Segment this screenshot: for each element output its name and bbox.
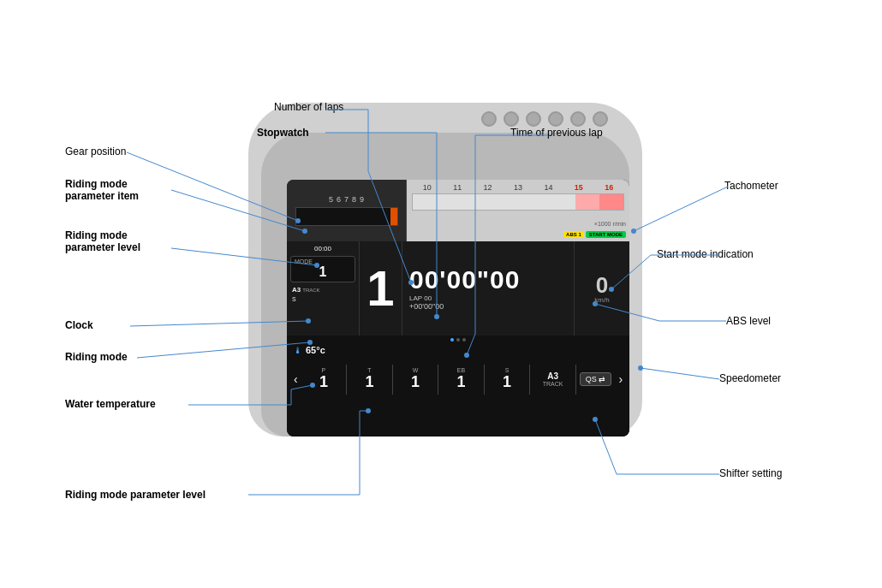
label-riding-mode-param-level-top: Riding mode parameter level — [65, 229, 140, 253]
riding-mode-code: A3 — [292, 286, 301, 294]
param-eb: EB 1 — [438, 367, 484, 391]
a3-label: A3 — [547, 371, 558, 381]
abs-badge: ABS 1 — [563, 231, 584, 238]
circle-2 — [504, 111, 519, 127]
rpm-num-15: 15 — [575, 183, 583, 192]
start-mode-badge: START MODE — [586, 231, 626, 238]
rpm-num-6: 6 — [337, 195, 341, 204]
mode-label: MODE — [295, 258, 351, 264]
lap-info: LAP 00 — [409, 294, 567, 302]
param-s: S 1 — [485, 367, 530, 391]
param-t: T 1 — [347, 367, 392, 391]
rpm-num-7: 7 — [344, 195, 349, 204]
speed-unit: km/h — [594, 296, 609, 304]
label-water-temp: Water temperature — [65, 398, 156, 410]
right-panel: 0 km/h — [574, 241, 629, 336]
circle-6 — [593, 111, 608, 127]
svg-line-9 — [634, 187, 728, 231]
dot-2 — [456, 338, 460, 342]
rpm-right-section: 10 11 12 13 14 15 16 — [407, 180, 629, 241]
rpm-bar-left — [295, 207, 398, 226]
label-speedometer: Speedometer — [719, 372, 781, 384]
rpm-numbers-right: 10 11 12 13 14 15 16 — [407, 180, 629, 193]
rpm-scale-bar — [412, 193, 624, 211]
water-temp-row: 🌡 65°c — [287, 343, 629, 357]
param-t-label: T — [347, 367, 392, 373]
qs-button-container: QS ⇄ — [576, 372, 616, 386]
lap-number-section: 1 — [360, 241, 402, 336]
rpm-bar-right-container — [412, 193, 624, 219]
mode-value: 1 — [295, 264, 351, 280]
label-riding-mode: Riding mode — [65, 351, 128, 363]
display-bottom: 🌡 65°c ‹ P 1 T 1 — [287, 336, 629, 437]
main-time-display: 00'00"00 — [409, 267, 567, 293]
prev-time: +00'00"00 — [409, 302, 567, 311]
label-number-of-laps: Number of laps — [274, 101, 343, 113]
param-s-value: 1 — [485, 373, 530, 391]
rpm-num-8: 8 — [352, 195, 356, 204]
center-time-section: 00'00"00 LAP 00 +00'00"00 — [402, 241, 574, 336]
nav-left-arrow[interactable]: ‹ — [290, 372, 301, 386]
rpm-bar-area: 5 6 7 8 9 10 — [287, 180, 629, 241]
param-p: P 1 — [301, 367, 347, 391]
nav-right-arrow[interactable]: › — [615, 372, 626, 386]
abs-start-row: ABS 1 START MODE — [563, 231, 626, 238]
cluster-inner-bezel: 5 6 7 8 9 10 — [261, 133, 629, 437]
param-w-label: W — [393, 367, 438, 373]
param-p-label: P — [301, 367, 347, 373]
temp-icon: 🌡 — [294, 346, 302, 355]
label-clock: Clock — [65, 319, 93, 331]
circle-5 — [570, 111, 586, 127]
circle-3 — [526, 111, 541, 127]
qs-button[interactable]: QS ⇄ — [580, 372, 612, 386]
riding-mode-track: TRACK — [302, 288, 319, 293]
rpm-unit: ×1000 r/min — [407, 221, 629, 227]
svg-line-13 — [641, 368, 719, 379]
label-tachometer: Tachometer — [724, 180, 778, 192]
rpm-highlight-red — [575, 194, 599, 210]
top-indicator-circles — [481, 111, 608, 127]
instrument-cluster: 5 6 7 8 9 10 — [248, 86, 642, 445]
rpm-num-9: 9 — [360, 195, 364, 204]
clock-display: 00:00 — [289, 243, 357, 254]
label-gear-position: Gear position — [65, 146, 126, 157]
rpm-bar-orange — [390, 208, 397, 225]
label-start-mode: Start mode indication — [657, 248, 754, 260]
left-panel: 00:00 MODE 1 A3 TRACK S — [287, 241, 360, 336]
track-label: TRACK — [543, 381, 563, 387]
circle-4 — [548, 111, 563, 127]
param-s-label: S — [485, 367, 530, 373]
cluster-outer-shell: 5 6 7 8 9 10 — [248, 103, 642, 437]
a3-track-bottom: A3 TRACK — [530, 371, 575, 387]
rpm-highlight-pink — [599, 194, 623, 210]
speed-value: 0 — [596, 274, 608, 296]
s-indicator: S — [292, 296, 296, 302]
dot-3 — [462, 338, 466, 342]
label-riding-mode-param-level-bottom: Riding mode parameter level — [65, 489, 206, 501]
rpm-num-13: 13 — [514, 183, 522, 192]
param-eb-value: 1 — [438, 373, 484, 391]
param-w: W 1 — [393, 367, 438, 391]
mode-box: MODE 1 — [290, 256, 355, 282]
rpm-num-14: 14 — [544, 183, 552, 192]
params-row: ‹ P 1 T 1 W — [287, 357, 629, 401]
temp-value: 65°c — [306, 345, 325, 355]
display-middle: 00:00 MODE 1 A3 TRACK S — [287, 241, 629, 336]
circle-1 — [481, 111, 497, 127]
rpm-num-11: 11 — [453, 183, 462, 192]
dots-row — [287, 336, 629, 343]
rpm-num-5: 5 — [329, 195, 333, 204]
param-eb-label: EB — [438, 367, 484, 373]
rpm-num-10: 10 — [423, 183, 432, 192]
rpm-num-16: 16 — [605, 183, 613, 192]
label-riding-mode-param-item: Riding mode parameter item — [65, 178, 139, 202]
rpm-numbers-left: 5 6 7 8 9 — [329, 195, 364, 204]
rpm-num-12: 12 — [484, 183, 492, 192]
label-abs-level: ABS level — [726, 315, 771, 327]
dot-1 — [450, 338, 454, 342]
label-time-prev-lap: Time of previous lap — [510, 127, 603, 139]
label-stopwatch: Stopwatch — [257, 127, 309, 139]
param-t-value: 1 — [347, 373, 392, 391]
main-display: 5 6 7 8 9 10 — [287, 180, 629, 437]
param-p-value: 1 — [301, 373, 347, 391]
